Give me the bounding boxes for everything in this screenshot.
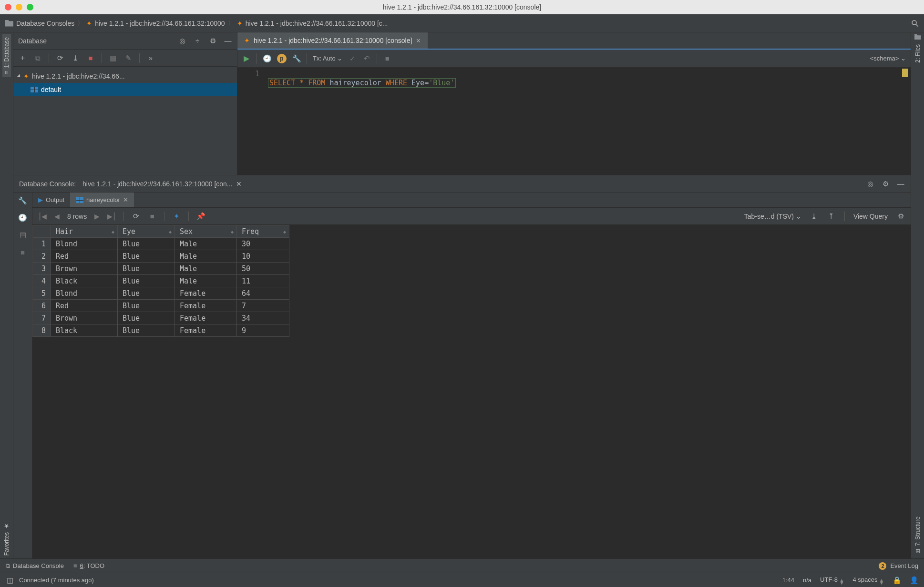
history-icon[interactable]: 🕘 [263, 54, 271, 63]
data-cell[interactable]: Male [175, 275, 237, 287]
indent-selector[interactable]: 4 spaces ▲▼ [852, 576, 884, 585]
data-cell[interactable]: Male [175, 250, 237, 263]
breadcrumb-leaf[interactable]: hive 1.2.1 - jdbc:hive2://34.66.161.32:1… [246, 20, 388, 27]
explain-plan-button[interactable]: p [277, 54, 287, 63]
first-page-icon[interactable]: ⎮◀ [38, 213, 47, 220]
last-page-icon[interactable]: ▶⎮ [107, 213, 116, 220]
stop-icon[interactable]: ■ [383, 54, 391, 63]
warning-stripe[interactable] [902, 69, 908, 77]
stop-icon[interactable]: ■ [86, 54, 95, 62]
data-cell[interactable]: Black [51, 275, 118, 287]
tab-output[interactable]: ▶ Output [32, 192, 70, 207]
rollback-icon[interactable]: ↶ [362, 54, 371, 63]
refresh-icon[interactable]: ⟳ [132, 212, 140, 221]
more-icon[interactable]: » [146, 54, 155, 62]
close-icon[interactable]: ✕ [123, 196, 128, 203]
sync-icon[interactable]: ⤓ [71, 54, 80, 62]
data-cell[interactable]: 50 [237, 263, 289, 275]
data-cell[interactable]: Blue [118, 275, 175, 287]
export-icon[interactable]: ⤓ [810, 212, 819, 221]
data-cell[interactable]: Blond [51, 238, 118, 250]
tree-schema-node[interactable]: default [13, 83, 237, 96]
column-header[interactable]: Eye◆ [118, 225, 175, 238]
format-selector[interactable]: Tab-se…d (TSV) ⌄ [744, 213, 801, 220]
breadcrumb-root[interactable]: Database Consoles [16, 20, 74, 27]
execute-button[interactable]: ▶ [242, 54, 251, 63]
minimize-icon[interactable]: — [896, 180, 905, 188]
data-cell[interactable]: 34 [237, 312, 289, 324]
wrench-icon[interactable]: 🔧 [292, 54, 301, 63]
results-grid[interactable]: Hair◆Eye◆Sex◆Freq◆ 1BlondBlueMale302RedB… [32, 225, 911, 558]
column-header[interactable]: Hair◆ [51, 225, 118, 238]
gear-icon[interactable]: ⚙ [208, 37, 217, 45]
target-icon[interactable]: ◎ [866, 180, 874, 188]
data-cell[interactable]: Red [51, 300, 118, 312]
console-session-tab[interactable]: hive 1.2.1 - jdbc:hive2://34.66.161.32:1… [82, 180, 242, 188]
data-cell[interactable]: Female [175, 287, 237, 300]
inspector-icon[interactable]: 👤 [910, 576, 918, 585]
data-cell[interactable]: 11 [237, 275, 289, 287]
sidebar-tab-favorites[interactable]: Favorites ★ [2, 520, 11, 558]
data-cell[interactable]: Blue [118, 250, 175, 263]
tree-datasource-node[interactable]: ✦ hive 1.2.1 - jdbc:hive2://34.66... [13, 70, 237, 83]
breadcrumb-mid[interactable]: hive 1.2.1 - jdbc:hive2://34.66.161.32:1… [95, 20, 225, 27]
edit-icon[interactable]: ✎ [124, 54, 133, 62]
data-cell[interactable]: Female [175, 312, 237, 324]
data-cell[interactable]: Blue [118, 312, 175, 324]
data-cell[interactable]: 30 [237, 238, 289, 250]
minimize-window-button[interactable] [16, 4, 22, 10]
data-cell[interactable]: Red [51, 250, 118, 263]
table-row[interactable]: 5BlondBlueFemale64 [33, 287, 289, 300]
next-page-icon[interactable]: ▶ [94, 213, 100, 220]
editor-tab[interactable]: ✦ hive 1.2.1 - jdbc:hive2://34.66.161.32… [237, 32, 428, 49]
prev-page-icon[interactable]: ◀ [54, 213, 60, 220]
close-window-button[interactable] [5, 4, 11, 10]
tab-results[interactable]: haireyecolor ✕ [70, 192, 134, 207]
search-icon[interactable] [911, 19, 919, 28]
sidebar-tab-files[interactable]: 2: Files [914, 41, 922, 66]
data-cell[interactable]: 7 [237, 300, 289, 312]
lock-icon[interactable]: 🔒 [893, 576, 901, 585]
cursor-position[interactable]: 1:44 [782, 577, 794, 584]
copy-icon[interactable]: ⧉ [33, 54, 42, 62]
data-cell[interactable]: Male [175, 238, 237, 250]
editor-body[interactable]: 1 SELECT * FROM haireyecolor WHERE Eye='… [237, 68, 911, 175]
data-cell[interactable]: Blue [118, 263, 175, 275]
stop-icon[interactable]: ■ [19, 248, 27, 256]
data-cell[interactable]: Female [175, 300, 237, 312]
data-cell[interactable]: Blond [51, 287, 118, 300]
close-icon[interactable]: ✕ [416, 37, 421, 44]
data-cell[interactable]: Blue [118, 300, 175, 312]
column-header[interactable]: Sex◆ [175, 225, 237, 238]
data-cell[interactable]: Black [51, 324, 118, 337]
target-icon[interactable]: ◎ [178, 37, 186, 45]
tool-tab-database-console[interactable]: ⧉ Database Console [6, 562, 64, 570]
gear-icon[interactable]: ⚙ [881, 180, 890, 188]
table-icon[interactable]: ▦ [109, 54, 117, 62]
tool-tab-event-log[interactable]: Event Log [890, 562, 918, 569]
import-icon[interactable]: ⤒ [827, 212, 836, 221]
data-cell[interactable]: Female [175, 324, 237, 337]
windows-icon[interactable]: ◫ [6, 576, 14, 585]
tool-tab-todo[interactable]: ≡ 6: TODO [73, 562, 104, 569]
wrench-icon[interactable]: 🔧 [19, 196, 27, 205]
data-cell[interactable]: Blue [118, 238, 175, 250]
stop-icon[interactable]: ■ [148, 212, 156, 221]
editor-code[interactable]: SELECT * FROM haireyecolor WHERE Eye='Bl… [264, 68, 911, 175]
table-row[interactable]: 2RedBlueMale10 [33, 250, 289, 263]
commit-icon[interactable]: ✓ [348, 54, 357, 63]
sidebar-tab-structure[interactable]: ⊞ 7: Structure [914, 514, 922, 557]
table-row[interactable]: 3BrownBlueMale50 [33, 263, 289, 275]
column-header[interactable]: Freq◆ [237, 225, 289, 238]
data-cell[interactable]: 9 [237, 324, 289, 337]
table-row[interactable]: 1BlondBlueMale30 [33, 238, 289, 250]
schema-selector[interactable]: <schema> ⌄ [870, 55, 906, 62]
data-cell[interactable]: Brown [51, 312, 118, 324]
refresh-icon[interactable]: ⟳ [56, 54, 64, 62]
add-icon[interactable]: ＋ [18, 54, 27, 62]
data-cell[interactable]: 10 [237, 250, 289, 263]
data-cell[interactable]: Blue [118, 324, 175, 337]
add-row-icon[interactable]: ✦ [172, 212, 181, 221]
table-row[interactable]: 7BrownBlueFemale34 [33, 312, 289, 324]
tx-mode-dropdown[interactable]: Tx: Auto ⌄ [313, 55, 342, 62]
